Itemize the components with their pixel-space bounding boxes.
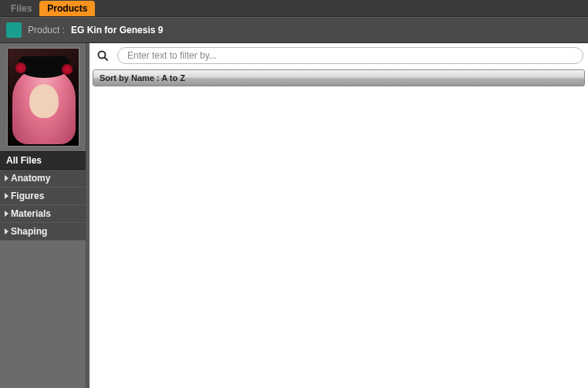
tree-item-figures[interactable]: Figures — [0, 187, 86, 205]
chevron-right-icon — [5, 175, 8, 181]
filter-row — [90, 43, 588, 68]
tree-item-shaping[interactable]: Shaping — [0, 223, 86, 241]
product-thumbnail-container — [0, 43, 86, 151]
search-icon — [96, 49, 109, 62]
product-thumbnail[interactable] — [7, 48, 79, 147]
tab-products[interactable]: Products — [39, 1, 95, 16]
svg-line-1 — [105, 58, 108, 61]
product-header: Product : EG Kin for Genesis 9 — [0, 17, 588, 43]
tab-bar: Files Products — [0, 0, 588, 17]
tab-files[interactable]: Files — [3, 1, 39, 16]
tree-item-label: Shaping — [11, 226, 47, 237]
filter-input[interactable] — [117, 47, 583, 64]
search-button[interactable] — [94, 47, 111, 64]
tree-item-anatomy[interactable]: Anatomy — [0, 170, 86, 187]
tree-item-label: Figures — [11, 191, 44, 201]
chevron-right-icon — [5, 228, 8, 234]
tree-item-label: Anatomy — [11, 173, 50, 184]
chevron-right-icon — [5, 211, 8, 217]
chevron-right-icon — [5, 193, 8, 199]
sidebar: All Files Anatomy Figures Materials Shap… — [0, 43, 86, 388]
sort-bar[interactable]: Sort by Name : A to Z — [93, 69, 585, 86]
product-icon — [6, 22, 22, 38]
content-area — [90, 86, 588, 388]
tree-root[interactable]: All Files — [0, 151, 86, 170]
sort-label: Sort by Name : A to Z — [100, 73, 185, 83]
main-panel: Sort by Name : A to Z — [86, 43, 588, 388]
tree-item-label: Materials — [11, 208, 51, 219]
tree-item-materials[interactable]: Materials — [0, 205, 86, 223]
product-label: Product : — [28, 25, 65, 35]
product-name: EG Kin for Genesis 9 — [71, 25, 163, 35]
